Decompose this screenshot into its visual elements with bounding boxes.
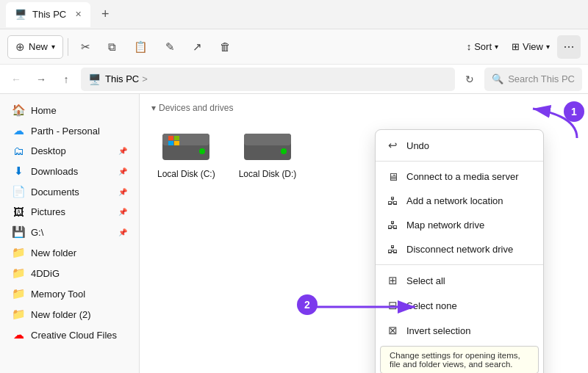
sidebar-item-label: Home [31, 105, 127, 116]
folder-icon: 📁 [12, 287, 25, 300]
new-chevron-icon: ▾ [51, 43, 55, 51]
sidebar-item-label: Creative Cloud Files [31, 330, 127, 341]
up-button[interactable]: ↑ [56, 69, 76, 90]
sidebar-item-documents[interactable]: 📄 Documents 📌 [3, 181, 136, 202]
svg-rect-5 [174, 141, 179, 145]
delete-button[interactable]: 🗑 [212, 35, 239, 58]
sidebar-item-g-drive[interactable]: 💾 G:\ 📌 [3, 222, 136, 242]
menu-item-label: Disconnect network drive [406, 244, 513, 255]
map-drive-icon: 🖧 [386, 219, 399, 231]
cloud-icon: ☁ [12, 124, 25, 137]
toolbar: ⊕ New ▾ ✂ ⧉ 📋 ✎ ↗ 🗑 ↕ Sort ▾ ⊞ View ▾ ··… [0, 29, 588, 65]
copy-button[interactable]: ⧉ [100, 35, 124, 59]
view-label: View [523, 41, 543, 52]
tab-close-button[interactable]: ✕ [75, 10, 82, 19]
new-icon: ⊕ [15, 40, 25, 54]
new-label: New [29, 41, 48, 52]
section-arrow-icon: ▾ [151, 103, 156, 113]
menu-item-label: Undo [406, 140, 429, 151]
new-tab-button[interactable]: + [95, 4, 115, 25]
breadcrumb[interactable]: 🖥️ This PC > [81, 68, 455, 91]
pin-icon: 📌 [118, 188, 127, 196]
sidebar-item-label: G:\ [31, 227, 112, 238]
forward-button[interactable]: → [31, 69, 51, 90]
sort-button[interactable]: ↕ Sort ▾ [461, 37, 504, 56]
tab-this-pc[interactable]: 🖥️ This PC ✕ [6, 2, 90, 27]
menu-item-connect-media[interactable]: 🖥 Connect to a media server [376, 164, 543, 189]
breadcrumb-separator: > [142, 73, 148, 84]
desktop-icon: 🗂 [12, 145, 25, 157]
connect-media-icon: 🖥 [386, 170, 399, 183]
documents-icon: 📄 [12, 185, 25, 198]
tab-title: This PC [32, 9, 66, 20]
c-drive-icon [159, 126, 212, 164]
sidebar-item-label: Parth - Personal [31, 126, 127, 137]
breadcrumb-pc-icon: 🖥️ [88, 73, 101, 85]
dropdown-menu: ↩ Undo 🖥 Connect to a media server 🖧 Add… [375, 129, 544, 373]
more-button[interactable]: ··· [557, 35, 581, 59]
tooltip: Change settings for opening items, file … [380, 346, 539, 373]
toolbar-sep-1 [68, 38, 68, 56]
new-button[interactable]: ⊕ New ▾ [7, 35, 63, 59]
sidebar-item-downloads[interactable]: ⬇ Downloads 📌 [3, 161, 136, 181]
badge-2: 2 [297, 294, 318, 315]
home-icon: 🏠 [12, 104, 25, 117]
arrow-1: 1 [503, 101, 584, 148]
content-area: ▾ Devices and drives [140, 94, 588, 373]
creative-cloud-icon: ☁ [12, 328, 25, 341]
sidebar-item-home[interactable]: 🏠 Home [3, 100, 136, 120]
sidebar-item-parth[interactable]: ☁ Parth - Personal [3, 120, 136, 141]
pin-icon: 📌 [118, 167, 127, 175]
menu-item-disconnect-drive[interactable]: 🖧 Disconnect network drive [376, 237, 543, 261]
c-drive-item[interactable]: Local Disk (C:) [151, 120, 221, 185]
menu-item-label: Add a network location [406, 195, 503, 206]
search-placeholder: Search This PC [508, 73, 575, 84]
sidebar-item-memory-tool[interactable]: 📁 Memory Tool [3, 283, 136, 304]
delete-icon: 🗑 [220, 40, 231, 53]
d-drive-icon [241, 126, 294, 164]
breadcrumb-label: This PC [105, 73, 139, 84]
menu-item-map-drive[interactable]: 🖧 Map network drive [376, 213, 543, 237]
sidebar-item-desktop[interactable]: 🗂 Desktop 📌 [3, 141, 136, 161]
disconnect-drive-icon: 🖧 [386, 243, 399, 256]
badge-1: 1 [564, 101, 584, 122]
menu-item-add-network[interactable]: 🖧 Add a network location [376, 189, 543, 213]
view-button[interactable]: ⊞ View ▾ [506, 37, 556, 56]
rename-icon: ✎ [165, 40, 175, 54]
sidebar-item-creative-cloud[interactable]: ☁ Creative Cloud Files [3, 325, 136, 345]
cut-icon: ✂ [81, 40, 90, 54]
svg-rect-8 [244, 134, 291, 145]
sort-label: Sort [474, 41, 492, 52]
search-bar[interactable]: 🔍 Search This PC [484, 68, 582, 91]
sort-icon: ↕ [467, 41, 472, 52]
share-button[interactable]: ↗ [184, 35, 210, 59]
svg-rect-4 [168, 141, 173, 145]
sidebar-item-label: Memory Tool [31, 289, 127, 300]
cut-button[interactable]: ✂ [73, 35, 98, 59]
more-icon: ··· [563, 39, 574, 54]
refresh-button[interactable]: ↻ [459, 69, 480, 90]
paste-button[interactable]: 📋 [126, 35, 156, 59]
c-drive-label: Local Disk (C:) [157, 169, 215, 179]
sidebar-item-new-folder-2[interactable]: 📁 New folder (2) [3, 304, 136, 325]
d-drive-item[interactable]: Local Disk (D:) [233, 120, 303, 185]
sidebar-item-pictures[interactable]: 🖼 Pictures 📌 [3, 202, 136, 222]
menu-separator-1 [376, 161, 543, 162]
view-chevron-icon: ▾ [546, 43, 550, 51]
back-button[interactable]: ← [6, 69, 26, 90]
d-drive-label: Local Disk (D:) [239, 169, 297, 179]
rename-button[interactable]: ✎ [157, 35, 183, 59]
sidebar-item-label: New folder [31, 247, 127, 258]
main-content: 🏠 Home ☁ Parth - Personal 🗂 Desktop 📌 ⬇ … [0, 94, 588, 373]
paste-icon: 📋 [134, 40, 148, 54]
drive-icon: 💾 [12, 225, 25, 239]
copy-icon: ⧉ [108, 40, 116, 54]
sidebar-item-new-folder[interactable]: 📁 New folder [3, 242, 136, 263]
sort-chevron-icon: ▾ [495, 43, 498, 51]
menu-item-label: Select all [406, 275, 445, 286]
menu-item-label: Connect to a media server [406, 171, 518, 182]
pin-icon: 📌 [118, 208, 127, 216]
select-all-icon: ⊞ [386, 274, 399, 287]
sidebar-item-4ddig[interactable]: 📁 4DDiG [3, 263, 136, 283]
tooltip-text: Change settings for opening items, file … [390, 351, 520, 369]
